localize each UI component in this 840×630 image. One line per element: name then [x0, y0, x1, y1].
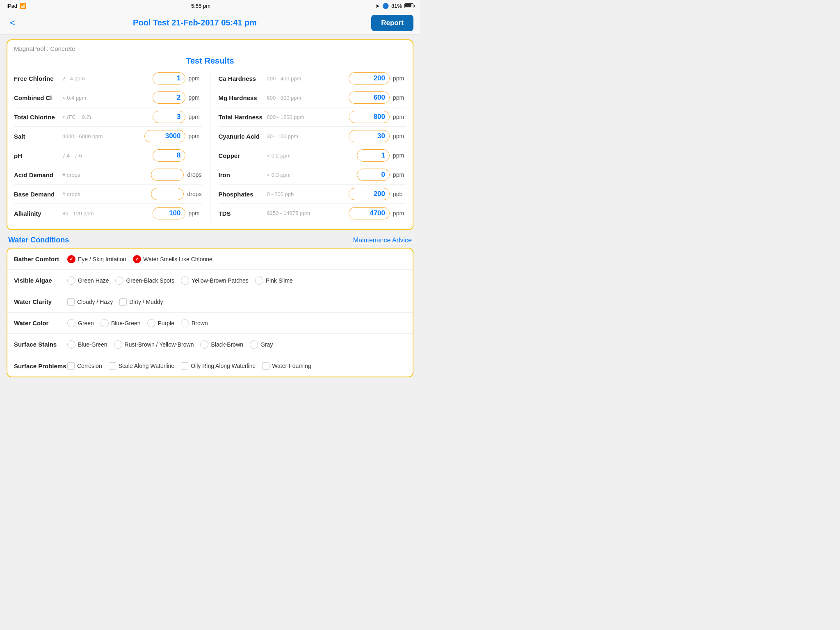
radio-circle[interactable]: [100, 319, 109, 327]
checkbox[interactable]: [67, 362, 75, 370]
test-row: Total Hardness 800 - 1200 ppm ppm: [219, 107, 406, 127]
option-label: Dirty / Muddy: [129, 299, 163, 305]
condition-option[interactable]: Oily Ring Along Waterline: [181, 362, 256, 370]
test-range: < 0.3 ppm: [267, 172, 354, 178]
radio-circle[interactable]: [67, 276, 75, 285]
test-input[interactable]: [349, 111, 390, 123]
test-unit: drops: [187, 191, 201, 197]
test-input[interactable]: [153, 111, 185, 123]
test-input[interactable]: [349, 188, 390, 200]
condition-option[interactable]: Green Haze: [67, 276, 109, 285]
condition-option[interactable]: Eye / Skin Irritation: [67, 255, 126, 263]
test-unit: ppm: [189, 75, 202, 82]
test-unit: ppm: [393, 210, 406, 217]
radio-circle[interactable]: [181, 276, 189, 285]
test-range: < 0.2 ppm: [267, 153, 354, 159]
radio-circle[interactable]: [133, 255, 141, 263]
test-input[interactable]: [357, 149, 390, 162]
carrier-label: iPad: [7, 3, 17, 9]
checkbox[interactable]: [109, 362, 116, 370]
condition-option[interactable]: Corrosion: [67, 362, 102, 370]
condition-option[interactable]: Purple: [147, 319, 174, 327]
radio-circle[interactable]: [114, 340, 122, 349]
checkbox[interactable]: [119, 298, 127, 306]
maintenance-advice-link[interactable]: Maintenance Advice: [353, 237, 412, 244]
test-input[interactable]: [151, 169, 184, 181]
test-input[interactable]: [153, 72, 185, 84]
condition-label: Surface Stains: [14, 341, 67, 348]
radio-circle[interactable]: [200, 340, 208, 349]
test-row: Phosphates 0 - 200 ppb ppb: [219, 185, 406, 204]
condition-option[interactable]: Blue-Green: [100, 319, 141, 327]
test-input[interactable]: [151, 188, 184, 200]
test-input[interactable]: [153, 149, 185, 162]
option-label: Gray: [260, 341, 273, 348]
radio-circle[interactable]: [181, 319, 189, 327]
option-label: Corrosion: [77, 363, 102, 369]
condition-option[interactable]: Brown: [181, 319, 208, 327]
condition-option[interactable]: Rust-Brown / Yellow-Brown: [114, 340, 194, 349]
test-input[interactable]: [349, 130, 390, 142]
checkbox[interactable]: [67, 298, 75, 306]
test-label: TDS: [219, 210, 264, 217]
radio-circle[interactable]: [250, 340, 258, 349]
condition-option[interactable]: Blue-Green: [67, 340, 107, 349]
test-unit: ppm: [189, 133, 202, 139]
battery-icon: [404, 3, 413, 8]
condition-row: Water Color Green Blue-Green Purple Brow…: [7, 313, 413, 334]
test-input[interactable]: [349, 207, 390, 219]
report-button[interactable]: Report: [371, 15, 413, 31]
condition-option[interactable]: Green: [67, 319, 94, 327]
nav-title: Pool Test 21-Feb-2017 05:41 pm: [133, 18, 257, 27]
status-bar: iPad 📶 5:55 pm ➤ 🔵 81%: [0, 0, 420, 11]
test-row: Ca Hardness 200 - 400 ppm ppm: [219, 69, 406, 88]
test-label: Iron: [219, 171, 264, 178]
condition-option[interactable]: Pink Slime: [255, 276, 293, 285]
test-input[interactable]: [144, 130, 185, 142]
checkbox[interactable]: [181, 362, 188, 370]
status-left: iPad 📶: [7, 3, 26, 9]
condition-option[interactable]: Gray: [250, 340, 273, 349]
test-row: Iron < 0.3 ppm ppm: [219, 165, 406, 185]
condition-option[interactable]: Yellow-Brown Patches: [181, 276, 249, 285]
condition-row: Surface Stains Blue-Green Rust-Brown / Y…: [7, 334, 413, 355]
card-subtitle: MagnaPool : Concrete: [14, 45, 406, 52]
test-input[interactable]: [153, 207, 185, 219]
condition-option[interactable]: Green-Black Spots: [115, 276, 174, 285]
test-results-card: MagnaPool : Concrete Test Results Free C…: [7, 39, 413, 230]
test-unit: ppm: [393, 152, 406, 159]
test-label: Combined Cl: [14, 94, 59, 101]
option-label: Rust-Brown / Yellow-Brown: [125, 341, 194, 348]
checkbox[interactable]: [262, 362, 269, 370]
condition-option[interactable]: Black-Brown: [200, 340, 243, 349]
radio-circle[interactable]: [255, 276, 263, 285]
test-input[interactable]: [349, 72, 390, 84]
nav-bar: < Pool Test 21-Feb-2017 05:41 pm Report: [0, 11, 420, 34]
wifi-icon: 📶: [20, 3, 26, 9]
option-label: Black-Brown: [211, 341, 243, 348]
radio-circle[interactable]: [147, 319, 155, 327]
test-row: Total Chlorine < (FC + 0.2) ppm: [14, 107, 202, 127]
test-row: Mg Hardness 600 - 800 ppm ppm: [219, 88, 406, 107]
test-row: Alkalinity 80 - 120 ppm ppm: [14, 204, 202, 223]
radio-circle[interactable]: [67, 319, 75, 327]
test-input[interactable]: [357, 169, 390, 181]
test-label: Ca Hardness: [219, 75, 264, 82]
condition-option[interactable]: Dirty / Muddy: [119, 298, 163, 306]
option-label: Blue-Green: [78, 341, 107, 348]
test-label: Copper: [219, 152, 264, 159]
option-label: Yellow-Brown Patches: [192, 277, 249, 284]
test-input[interactable]: [153, 91, 185, 104]
radio-circle[interactable]: [67, 340, 75, 349]
test-range: 4000 - 6000 ppm: [62, 133, 141, 139]
radio-circle[interactable]: [115, 276, 123, 285]
condition-option[interactable]: Water Foaming: [262, 362, 311, 370]
condition-option[interactable]: Cloudy / Hazy: [67, 298, 113, 306]
condition-option[interactable]: Water Smells Like Chlorine: [133, 255, 212, 263]
back-button[interactable]: <: [7, 16, 18, 30]
radio-circle[interactable]: [67, 255, 75, 263]
test-label: Total Hardness: [219, 114, 264, 121]
condition-option[interactable]: Scale Along Waterline: [109, 362, 174, 370]
test-input[interactable]: [349, 91, 390, 104]
test-label: pH: [14, 152, 59, 159]
